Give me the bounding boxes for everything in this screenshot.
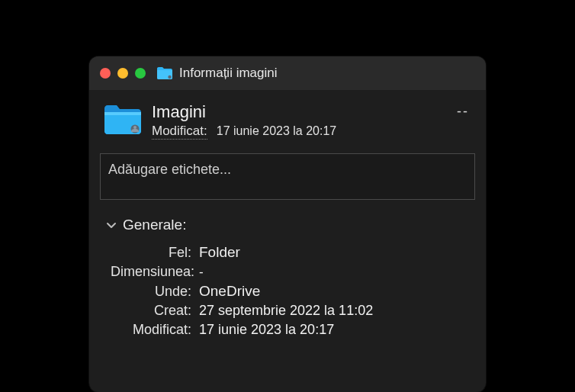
window-content: Imagini Modificat: 17 iunie 2023 la 20:1…	[89, 90, 486, 338]
chevron-down-icon	[106, 220, 117, 230]
created-label: Creat:	[111, 303, 199, 319]
where-label: Unde:	[111, 284, 199, 300]
section-general-toggle[interactable]: Generale:	[100, 214, 475, 241]
item-name: Imagini	[152, 102, 475, 122]
modified-value-2: 17 iunie 2023 la 20:17	[199, 322, 334, 338]
where-value: OneDrive	[199, 283, 260, 300]
general-details: Fel: Folder Dimensiunea: - Unde: OneDriv…	[100, 244, 475, 338]
kind-label: Fel:	[111, 245, 199, 261]
size-value: -	[199, 265, 204, 280]
size-summary: --	[457, 104, 469, 120]
svg-rect-1	[104, 112, 141, 115]
modified-label-2: Modificat:	[111, 322, 199, 338]
section-general-title: Generale:	[123, 217, 186, 233]
modified-label: Modificat:	[152, 124, 207, 140]
modified-value: 17 iunie 2023 la 20:17	[217, 124, 336, 138]
svg-point-0	[168, 76, 171, 79]
size-label: Dimensiunea:	[111, 264, 199, 280]
folder-icon	[156, 66, 173, 80]
tags-input[interactable]: Adăugare etichete...	[100, 153, 475, 200]
traffic-lights	[100, 68, 146, 79]
svg-point-3	[133, 126, 137, 129]
window-title: Informații imagini	[179, 66, 278, 81]
created-value: 27 septembrie 2022 la 11:02	[199, 303, 373, 319]
titlebar[interactable]: Informații imagini	[89, 56, 486, 90]
minimize-icon[interactable]	[117, 68, 128, 79]
zoom-icon[interactable]	[135, 68, 146, 79]
close-icon[interactable]	[100, 68, 111, 79]
kind-value: Folder	[199, 244, 240, 261]
folder-icon	[103, 104, 143, 139]
info-window: Informații imagini Imagini Modificat: 17…	[89, 56, 486, 392]
item-header: Imagini Modificat: 17 iunie 2023 la 20:1…	[100, 90, 475, 149]
